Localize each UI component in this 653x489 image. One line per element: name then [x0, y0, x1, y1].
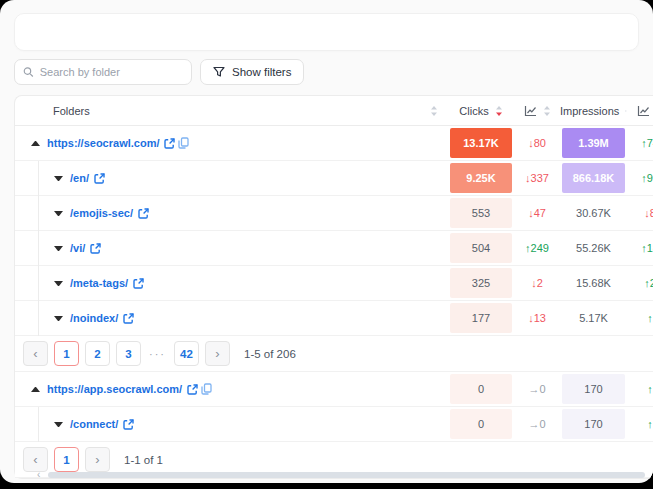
folder-link[interactable]: /en/ [70, 172, 89, 184]
external-link-icon[interactable] [123, 419, 134, 430]
next-page-button[interactable]: › [85, 447, 110, 472]
expand-toggle-icon[interactable] [54, 176, 63, 181]
collapse-toggle-icon[interactable] [31, 387, 40, 392]
folder-cell: /noindex/ [15, 301, 448, 335]
show-filters-button[interactable]: Show filters [200, 59, 304, 85]
column-header-impressions[interactable]: Impressions [560, 105, 627, 117]
external-link-icon[interactable] [90, 243, 101, 254]
collapse-toggle-icon[interactable] [31, 141, 40, 146]
chart-icon [637, 105, 650, 117]
table-row: https://app.seocrawl.com/0→0170↑ [15, 372, 653, 407]
folders-header-label: Folders [53, 105, 90, 117]
impressions-change-value: ↑18 [641, 242, 653, 254]
impressions-value: 1.39M [562, 128, 625, 158]
clicks-value: 13.17K [450, 128, 512, 158]
clicks-change-cell: ↑249 [514, 231, 560, 265]
prev-page-button[interactable]: ‹ [23, 447, 48, 472]
folder-link[interactable]: /noindex/ [70, 312, 118, 324]
table-row: /meta-tags/325↓215.68K↑2 [15, 266, 653, 301]
pagination: ‹123···42›1-5 of 206 [15, 336, 653, 372]
clicks-header-label: Clicks [459, 105, 488, 117]
impressions-cell: 170 [560, 372, 627, 406]
expand-toggle-icon[interactable] [54, 246, 63, 251]
horizontal-scrollbar[interactable] [48, 472, 645, 478]
impressions-change-cell: ↓8 [627, 196, 653, 230]
copy-icon[interactable] [201, 383, 212, 395]
external-link-icon[interactable] [138, 208, 149, 219]
sort-icon[interactable] [543, 105, 551, 117]
folder-link[interactable]: /emojis-sec/ [70, 207, 133, 219]
page-button-1[interactable]: 1 [54, 447, 79, 472]
impressions-change-cell: ↑74 [627, 126, 653, 160]
column-header-clicks[interactable]: Clicks [448, 105, 514, 117]
impressions-cell: 30.67K [560, 196, 627, 230]
scrollbar-left-arrow[interactable]: ‹ [37, 470, 40, 480]
search-icon [23, 66, 34, 78]
table-row: /vi/504↑24955.26K↑18 [15, 231, 653, 266]
external-link-icon[interactable] [164, 138, 175, 149]
expand-toggle-icon[interactable] [54, 211, 63, 216]
app-window: Show filters Folders Clicks Impressions [0, 0, 653, 483]
copy-icon[interactable] [178, 137, 189, 149]
impressions-value: 55.26K [562, 233, 625, 263]
column-header-clicks-trend[interactable] [514, 105, 560, 117]
page-button-3[interactable]: 3 [116, 341, 141, 366]
impressions-cell: 866.18K [560, 161, 627, 195]
impressions-value: 15.68K [562, 268, 625, 298]
impressions-value: 866.18K [562, 163, 625, 193]
impressions-change-cell: ↑ [627, 301, 653, 335]
impressions-value: 5.17K [562, 303, 625, 333]
sort-desc-icon[interactable] [495, 105, 503, 117]
clicks-change-value: ↓80 [528, 137, 546, 149]
folder-link[interactable]: https://seocrawl.com/ [47, 137, 159, 149]
child-rows: /connect/0→0170↑ [15, 407, 653, 442]
folder-link[interactable]: /meta-tags/ [70, 277, 128, 289]
impressions-change-value: ↓8 [644, 207, 653, 219]
clicks-value: 553 [450, 198, 512, 228]
expand-toggle-icon[interactable] [54, 281, 63, 286]
folder-link[interactable]: /connect/ [70, 418, 118, 430]
external-link-icon[interactable] [187, 384, 198, 395]
expand-toggle-icon[interactable] [54, 422, 63, 427]
table-row: /noindex/177↓135.17K↑ [15, 301, 653, 336]
sort-icon[interactable] [430, 105, 438, 117]
clicks-change-cell: →0 [514, 407, 560, 441]
impressions-value: 170 [562, 374, 625, 404]
clicks-change-cell: ↓80 [514, 126, 560, 160]
impressions-change-value: ↑95 [641, 172, 653, 184]
clicks-value: 9.25K [450, 163, 512, 193]
folder-link[interactable]: /vi/ [70, 242, 85, 254]
clicks-change-value: ↑249 [525, 242, 549, 254]
clicks-change-cell: →0 [514, 372, 560, 406]
column-header-folders[interactable]: Folders [15, 105, 448, 117]
search-input[interactable] [40, 66, 183, 78]
clicks-cell: 553 [448, 196, 514, 230]
expand-toggle-icon[interactable] [54, 316, 63, 321]
page-button-1[interactable]: 1 [54, 341, 79, 366]
folder-cell: /emojis-sec/ [15, 196, 448, 230]
table-header-row: Folders Clicks Impressions [15, 96, 653, 126]
external-link-icon[interactable] [133, 278, 144, 289]
next-page-button[interactable]: › [205, 341, 230, 366]
table-row: /connect/0→0170↑ [15, 407, 653, 442]
external-link-icon[interactable] [94, 173, 105, 184]
impressions-cell: 15.68K [560, 266, 627, 300]
table-row: /en/9.25K↓337866.18K↑95 [15, 161, 653, 196]
impressions-change-value: ↑2 [644, 277, 653, 289]
folder-link[interactable]: https://app.seocrawl.com/ [47, 383, 182, 395]
folder-cell: /en/ [15, 161, 448, 195]
pagination-ellipsis: ··· [149, 348, 166, 360]
folder-cell: /meta-tags/ [15, 266, 448, 300]
impressions-change-value: ↑74 [641, 137, 653, 149]
chart-icon [524, 105, 537, 117]
impressions-cell: 170 [560, 407, 627, 441]
page-button-42[interactable]: 42 [174, 341, 199, 366]
page-button-2[interactable]: 2 [85, 341, 110, 366]
impressions-cell: 1.39M [560, 126, 627, 160]
external-link-icon[interactable] [123, 313, 134, 324]
prev-page-button[interactable]: ‹ [23, 341, 48, 366]
table-body: https://seocrawl.com/13.17K↓801.39M↑74/e… [15, 126, 653, 478]
column-header-impressions-trend[interactable] [627, 105, 653, 117]
show-filters-label: Show filters [232, 66, 291, 78]
search-input-wrapper[interactable] [14, 59, 192, 85]
